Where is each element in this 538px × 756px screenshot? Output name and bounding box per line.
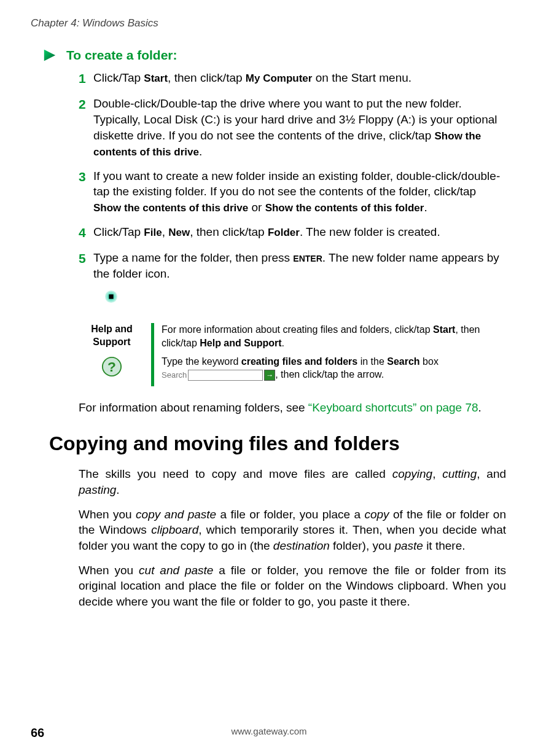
text: . [282,338,284,348]
ui-label: Start [144,72,168,84]
text: , then click/tap the arrow. [275,369,384,380]
ui-label: My Computer [246,72,313,84]
ui-label: Show the contents of this folder [265,202,424,214]
section-heading: Copying and moving files and folders [49,432,507,455]
ui-label: Help and Support [200,338,281,348]
text: on the Start menu. [312,71,411,84]
text: , and [477,467,506,480]
paragraph: When you copy and paste a file or folder… [79,507,506,554]
text: box [420,356,439,367]
text: If you want to create a new folder insid… [93,170,500,198]
ui-label: Folder [268,227,300,238]
search-widget: Search→ [162,370,275,381]
ui-label: Start [433,324,455,335]
step-1: 1 Click/Tap Start, then click/tap My Com… [79,70,504,87]
step-body: Click/Tap File, New, then click/tap Fold… [93,224,504,241]
end-mark-icon [104,290,507,306]
text: Type a name for the folder, then press [93,251,293,264]
text: a file or folder, you place a [216,508,364,521]
text: For information about renaming folders, … [79,401,308,414]
green-rule [151,323,154,386]
step-number: 1 [79,70,93,87]
text: When you [79,508,136,521]
text: Click/Tap [93,225,144,238]
procedure-header: To create a folder: [43,48,507,63]
step-body: Click/Tap Start, then click/tap My Compu… [93,70,504,87]
play-arrow-icon [43,49,57,62]
ui-label: Show the contents of this drive [93,202,248,214]
help-label: Help and Support [79,323,145,349]
search-label: Search [162,370,187,381]
cross-reference: For information about renaming folders, … [79,400,504,416]
term: destination [273,539,330,552]
step-body: Type a name for the folder, then press E… [93,250,504,281]
text: it there. [423,539,466,552]
keyword: creating files and folders [241,356,357,367]
text: . The new folder is created. [300,225,440,238]
help-and-support-box: Help and Support ? For more information … [79,323,489,386]
key-label: ENTER [293,254,322,263]
procedure-title: To create a folder: [66,48,177,63]
term: copying [392,467,433,480]
term: clipboard [151,523,198,536]
text: , then click/tap [190,225,268,238]
paragraph: When you cut and paste a file or folder,… [79,563,506,610]
text: When you [79,564,139,577]
search-arrow-icon[interactable]: → [264,370,275,381]
question-mark-icon: ? [79,356,145,380]
footer-url: www.gateway.com [231,726,306,736]
text: in the [357,356,387,367]
search-input[interactable] [188,370,263,381]
text: folder), you [330,539,395,552]
term: copy and paste [136,508,216,521]
term: pasting [79,483,116,496]
step-3: 3 If you want to create a new folder ins… [79,168,504,216]
text: Click/Tap [93,71,144,84]
ui-label: New [168,227,190,238]
cross-ref-link[interactable]: “Keyboard shortcuts” on page 78 [308,401,478,414]
step-body: If you want to create a new folder insid… [93,168,504,216]
text: For more information about creating file… [162,324,433,335]
step-2: 2 Double-click/Double-tap the drive wher… [79,96,504,159]
text: The skills you need to copy and move fil… [79,467,392,480]
step-number: 4 [79,224,93,241]
term: copy [364,508,389,521]
term: paste [394,539,423,552]
text: or [248,201,265,214]
text: , then click/tap [168,71,246,84]
svg-rect-2 [109,295,113,299]
svg-marker-0 [44,50,55,61]
text: Type the keyword [162,356,241,367]
ui-label: Search [387,356,419,367]
text: Support [93,337,130,347]
chapter-title: Chapter 4: Windows Basics [31,17,507,29]
step-body: Double-click/Double-tap the drive where … [93,96,504,159]
text: . [424,201,427,214]
text: Help and [91,324,133,334]
paragraph: The skills you need to copy and move fil… [79,466,506,497]
step-5: 5 Type a name for the folder, then press… [79,250,504,281]
ui-label: File [144,227,162,238]
page-footer: 66 www.gateway.com [0,726,538,740]
step-4: 4 Click/Tap File, New, then click/tap Fo… [79,224,504,241]
text: . [116,483,119,496]
text: , [162,225,169,238]
steps-list: 1 Click/Tap Start, then click/tap My Com… [79,70,504,281]
page-number: 66 [31,726,44,740]
term: cutting [442,467,477,480]
step-number: 5 [79,250,93,281]
step-number: 2 [79,96,93,159]
text: . [199,145,202,158]
help-body: For more information about creating file… [162,323,489,386]
svg-text:?: ? [107,358,116,374]
term: cut and paste [139,564,213,577]
text: , [432,467,442,480]
text: . [478,401,481,414]
step-number: 3 [79,168,93,216]
